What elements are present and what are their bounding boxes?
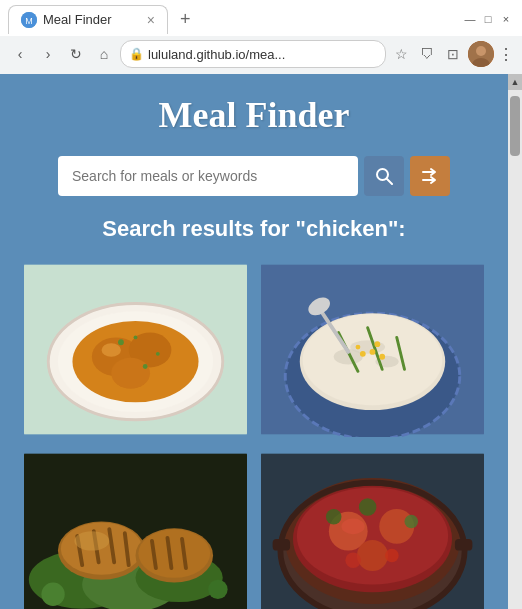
svg-rect-72 — [455, 539, 472, 551]
svg-point-18 — [156, 352, 160, 356]
search-icon — [375, 167, 393, 185]
svg-point-63 — [357, 540, 388, 571]
forward-button[interactable]: › — [36, 42, 60, 66]
svg-text:M: M — [25, 16, 33, 26]
scrollbar: ▲ ▼ — [508, 74, 522, 609]
svg-point-64 — [326, 509, 342, 525]
svg-point-48 — [74, 531, 109, 550]
meal-card[interactable] — [24, 451, 247, 609]
svg-point-16 — [143, 364, 148, 369]
svg-rect-71 — [273, 539, 290, 551]
browser-menu-button[interactable]: ⋮ — [498, 45, 514, 64]
url-text: lululand.github.io/mea... — [148, 47, 377, 62]
address-input[interactable]: 🔒 lululand.github.io/mea... — [120, 40, 386, 68]
svg-point-54 — [41, 583, 64, 606]
cast-button[interactable]: ⊡ — [442, 43, 464, 65]
refresh-button[interactable]: ↻ — [64, 42, 88, 66]
svg-point-65 — [404, 515, 418, 529]
lock-icon: 🔒 — [129, 47, 144, 61]
shuffle-button[interactable] — [410, 156, 450, 196]
svg-point-34 — [374, 341, 380, 347]
tab-favicon: M — [21, 12, 37, 28]
search-results-heading: Search results for "chicken": — [16, 216, 492, 242]
svg-point-3 — [476, 46, 486, 56]
svg-point-68 — [385, 549, 399, 563]
svg-point-33 — [360, 351, 366, 357]
back-button[interactable]: ‹ — [8, 42, 32, 66]
title-bar: M Meal Finder × + — □ × — [0, 0, 522, 36]
tab-bar: M Meal Finder × + — [8, 5, 462, 34]
active-tab[interactable]: M Meal Finder × — [8, 5, 168, 34]
svg-point-17 — [134, 335, 138, 339]
close-button[interactable]: × — [498, 11, 514, 27]
page-content: Meal Finder Search results for "chic — [0, 74, 508, 609]
meal-image-curry — [24, 262, 247, 437]
shield-button[interactable]: ⛉ — [416, 43, 438, 65]
svg-point-55 — [208, 580, 227, 599]
meal-image-grilled — [24, 451, 247, 609]
search-container — [16, 156, 492, 196]
scroll-track[interactable] — [508, 90, 522, 609]
svg-point-14 — [102, 343, 121, 357]
address-bar: ‹ › ↻ ⌂ 🔒 lululand.github.io/mea... ☆ ⛉ … — [0, 36, 522, 74]
svg-point-69 — [341, 519, 364, 535]
meal-image-stew — [261, 451, 484, 609]
scroll-thumb[interactable] — [510, 96, 520, 156]
svg-point-67 — [345, 553, 361, 569]
maximize-button[interactable]: □ — [480, 11, 496, 27]
svg-point-13 — [111, 358, 150, 389]
svg-point-31 — [370, 349, 376, 355]
meal-finder-page: Meal Finder Search results for "chic — [0, 74, 508, 609]
svg-point-32 — [379, 354, 385, 360]
bookmark-button[interactable]: ☆ — [390, 43, 412, 65]
meal-card[interactable] — [261, 451, 484, 609]
tab-close-button[interactable]: × — [147, 13, 155, 27]
window-controls-right: — □ × — [462, 11, 514, 27]
search-input[interactable] — [58, 156, 358, 196]
scroll-up-button[interactable]: ▲ — [508, 74, 522, 90]
address-actions: ☆ ⛉ ⊡ ⋮ — [390, 41, 514, 67]
meals-grid — [16, 262, 492, 609]
svg-point-27 — [350, 340, 385, 354]
svg-point-66 — [359, 498, 376, 515]
meal-card[interactable] — [24, 262, 247, 437]
new-tab-button[interactable]: + — [172, 5, 199, 34]
browser-window: M Meal Finder × + — □ × ‹ › ↻ ⌂ 🔒 lulula… — [0, 0, 522, 74]
user-avatar[interactable] — [468, 41, 494, 67]
home-button[interactable]: ⌂ — [92, 42, 116, 66]
svg-point-15 — [118, 339, 124, 345]
svg-point-24 — [303, 314, 443, 405]
svg-line-6 — [387, 179, 392, 184]
meal-card[interactable] — [261, 262, 484, 437]
page-title: Meal Finder — [16, 94, 492, 136]
svg-point-50 — [138, 529, 210, 577]
tab-label: Meal Finder — [43, 12, 141, 27]
meal-image-congee — [261, 262, 484, 437]
browser-body: Meal Finder Search results for "chic — [0, 74, 522, 609]
search-button[interactable] — [364, 156, 404, 196]
svg-point-35 — [356, 345, 361, 350]
minimize-button[interactable]: — — [462, 11, 478, 27]
shuffle-icon — [421, 167, 439, 185]
